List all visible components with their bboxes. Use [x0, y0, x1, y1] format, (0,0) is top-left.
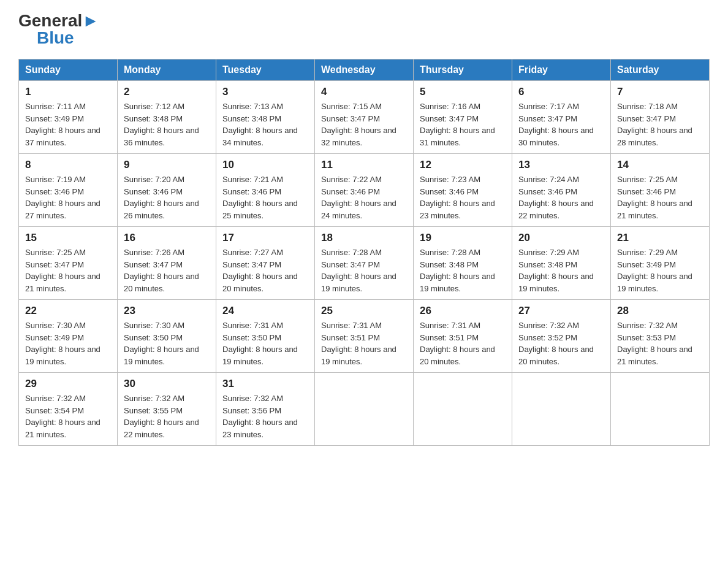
sunrise-label: Sunrise: 7:27 AM [222, 248, 283, 257]
calendar-day-cell: 26 Sunrise: 7:31 AM Sunset: 3:51 PM Dayl… [414, 300, 512, 373]
sunset-label: Sunset: 3:46 PM [222, 187, 281, 196]
sunrise-label: Sunrise: 7:32 AM [518, 321, 579, 330]
calendar-day-cell: 28 Sunrise: 7:32 AM Sunset: 3:53 PM Dayl… [611, 300, 710, 373]
daylight-label: Daylight: 8 hours and 19 minutes. [222, 345, 298, 366]
calendar-day-cell: 17 Sunrise: 7:27 AM Sunset: 3:47 PM Dayl… [216, 227, 315, 300]
calendar-day-cell: 5 Sunrise: 7:16 AM Sunset: 3:47 PM Dayli… [414, 81, 512, 154]
day-of-week-header: Wednesday [315, 59, 414, 81]
day-info: Sunrise: 7:13 AM Sunset: 3:48 PM Dayligh… [222, 101, 308, 148]
sunset-label: Sunset: 3:47 PM [321, 260, 380, 269]
day-info: Sunrise: 7:29 AM Sunset: 3:48 PM Dayligh… [518, 247, 604, 294]
day-info: Sunrise: 7:29 AM Sunset: 3:49 PM Dayligh… [617, 247, 703, 294]
day-info: Sunrise: 7:32 AM Sunset: 3:56 PM Dayligh… [222, 393, 308, 440]
sunrise-label: Sunrise: 7:32 AM [617, 321, 678, 330]
day-info: Sunrise: 7:32 AM Sunset: 3:53 PM Dayligh… [617, 320, 703, 367]
day-info: Sunrise: 7:25 AM Sunset: 3:46 PM Dayligh… [617, 174, 703, 221]
sunrise-label: Sunrise: 7:31 AM [420, 321, 480, 330]
daylight-label: Daylight: 8 hours and 22 minutes. [124, 418, 199, 439]
sunset-label: Sunset: 3:50 PM [222, 333, 281, 342]
daylight-label: Daylight: 8 hours and 37 minutes. [25, 126, 100, 147]
sunrise-label: Sunrise: 7:30 AM [25, 321, 86, 330]
daylight-label: Daylight: 8 hours and 22 minutes. [518, 199, 594, 220]
day-info: Sunrise: 7:21 AM Sunset: 3:46 PM Dayligh… [222, 174, 308, 221]
daylight-label: Daylight: 8 hours and 21 minutes. [25, 418, 100, 439]
logo-arrow: ► [82, 11, 99, 30]
calendar-day-cell: 30 Sunrise: 7:32 AM Sunset: 3:55 PM Dayl… [118, 373, 216, 446]
calendar-table: SundayMondayTuesdayWednesdayThursdayFrid… [18, 59, 710, 446]
day-of-week-header: Monday [118, 59, 216, 81]
day-number: 25 [321, 305, 407, 317]
sunrise-label: Sunrise: 7:26 AM [124, 248, 184, 257]
calendar-day-cell: 24 Sunrise: 7:31 AM Sunset: 3:50 PM Dayl… [216, 300, 315, 373]
day-info: Sunrise: 7:32 AM Sunset: 3:54 PM Dayligh… [25, 393, 111, 440]
day-number: 8 [25, 159, 111, 171]
day-number: 27 [518, 305, 604, 317]
daylight-label: Daylight: 8 hours and 19 minutes. [25, 345, 100, 366]
day-info: Sunrise: 7:25 AM Sunset: 3:47 PM Dayligh… [25, 247, 111, 294]
sunrise-label: Sunrise: 7:32 AM [222, 394, 283, 403]
daylight-label: Daylight: 8 hours and 20 minutes. [420, 345, 495, 366]
sunrise-label: Sunrise: 7:11 AM [25, 102, 86, 111]
day-number: 31 [222, 378, 308, 390]
day-number: 2 [124, 86, 210, 98]
sunset-label: Sunset: 3:47 PM [124, 260, 183, 269]
daylight-label: Daylight: 8 hours and 34 minutes. [222, 126, 298, 147]
sunset-label: Sunset: 3:48 PM [222, 114, 281, 123]
day-number: 26 [420, 305, 506, 317]
calendar-day-cell: 10 Sunrise: 7:21 AM Sunset: 3:46 PM Dayl… [216, 154, 315, 227]
day-info: Sunrise: 7:12 AM Sunset: 3:48 PM Dayligh… [124, 101, 210, 148]
daylight-label: Daylight: 8 hours and 21 minutes. [617, 345, 692, 366]
calendar-day-cell: 20 Sunrise: 7:29 AM Sunset: 3:48 PM Dayl… [512, 227, 611, 300]
calendar-week-row: 8 Sunrise: 7:19 AM Sunset: 3:46 PM Dayli… [19, 154, 710, 227]
daylight-label: Daylight: 8 hours and 19 minutes. [321, 345, 396, 366]
day-number: 14 [617, 159, 703, 171]
daylight-label: Daylight: 8 hours and 19 minutes. [420, 272, 495, 293]
daylight-label: Daylight: 8 hours and 19 minutes. [124, 345, 199, 366]
daylight-label: Daylight: 8 hours and 23 minutes. [222, 418, 298, 439]
day-of-week-header: Saturday [611, 59, 710, 81]
day-info: Sunrise: 7:31 AM Sunset: 3:51 PM Dayligh… [420, 320, 506, 367]
day-info: Sunrise: 7:24 AM Sunset: 3:46 PM Dayligh… [518, 174, 604, 221]
daylight-label: Daylight: 8 hours and 36 minutes. [124, 126, 199, 147]
day-number: 18 [321, 232, 407, 244]
day-info: Sunrise: 7:19 AM Sunset: 3:46 PM Dayligh… [25, 174, 111, 221]
day-number: 21 [617, 232, 703, 244]
calendar-day-cell: 14 Sunrise: 7:25 AM Sunset: 3:46 PM Dayl… [611, 154, 710, 227]
daylight-label: Daylight: 8 hours and 21 minutes. [25, 272, 100, 293]
calendar-day-cell: 12 Sunrise: 7:23 AM Sunset: 3:46 PM Dayl… [414, 154, 512, 227]
day-number: 19 [420, 232, 506, 244]
sunrise-label: Sunrise: 7:19 AM [25, 175, 86, 184]
sunset-label: Sunset: 3:47 PM [420, 114, 479, 123]
calendar-day-cell: 21 Sunrise: 7:29 AM Sunset: 3:49 PM Dayl… [611, 227, 710, 300]
day-number: 30 [124, 378, 210, 390]
calendar-day-cell: 29 Sunrise: 7:32 AM Sunset: 3:54 PM Dayl… [19, 373, 118, 446]
sunset-label: Sunset: 3:49 PM [617, 260, 676, 269]
calendar-day-cell [611, 373, 710, 446]
calendar-day-cell: 7 Sunrise: 7:18 AM Sunset: 3:47 PM Dayli… [611, 81, 710, 154]
daylight-label: Daylight: 8 hours and 20 minutes. [124, 272, 199, 293]
day-info: Sunrise: 7:30 AM Sunset: 3:49 PM Dayligh… [25, 320, 111, 367]
sunset-label: Sunset: 3:46 PM [124, 187, 183, 196]
sunrise-label: Sunrise: 7:17 AM [518, 102, 579, 111]
day-number: 17 [222, 232, 308, 244]
day-info: Sunrise: 7:28 AM Sunset: 3:48 PM Dayligh… [420, 247, 506, 294]
sunrise-label: Sunrise: 7:18 AM [617, 102, 678, 111]
daylight-label: Daylight: 8 hours and 28 minutes. [617, 126, 692, 147]
daylight-label: Daylight: 8 hours and 19 minutes. [518, 272, 594, 293]
daylight-label: Daylight: 8 hours and 20 minutes. [518, 345, 594, 366]
sunset-label: Sunset: 3:50 PM [124, 333, 183, 342]
sunrise-label: Sunrise: 7:29 AM [617, 248, 678, 257]
day-number: 12 [420, 159, 506, 171]
day-info: Sunrise: 7:27 AM Sunset: 3:47 PM Dayligh… [222, 247, 308, 294]
daylight-label: Daylight: 8 hours and 25 minutes. [222, 199, 298, 220]
sunset-label: Sunset: 3:47 PM [321, 114, 380, 123]
logo: General► Blue [18, 12, 99, 47]
day-number: 5 [420, 86, 506, 98]
sunset-label: Sunset: 3:56 PM [222, 406, 281, 415]
day-number: 23 [124, 305, 210, 317]
sunrise-label: Sunrise: 7:22 AM [321, 175, 382, 184]
day-number: 22 [25, 305, 111, 317]
sunrise-label: Sunrise: 7:16 AM [420, 102, 480, 111]
calendar-header-row: SundayMondayTuesdayWednesdayThursdayFrid… [19, 59, 710, 81]
sunset-label: Sunset: 3:46 PM [617, 187, 676, 196]
